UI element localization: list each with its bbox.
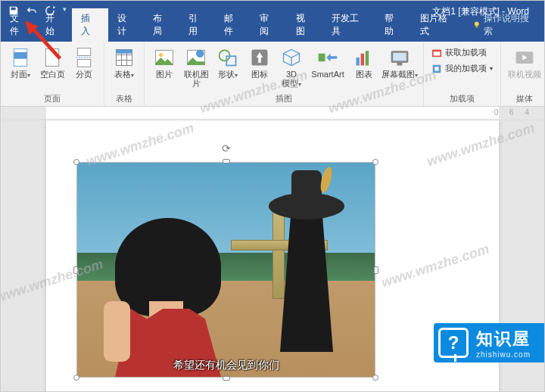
group-label-media: 媒体 [506,92,543,104]
resize-handle-bm[interactable] [223,376,230,381]
resize-handle-tr[interactable] [372,159,378,165]
addin-icon [431,64,442,74]
tab-picture-format[interactable]: 图片格式 [411,8,464,42]
image-subtitle: 希望还有机会见到你们 [173,359,279,372]
svg-rect-13 [117,50,132,54]
svg-point-15 [159,53,163,57]
svg-rect-21 [319,54,325,62]
tab-mailings[interactable]: 邮件 [215,8,251,42]
character-background [261,193,352,367]
ribbon: 封面 空白页 分页 页面 表格 表格 图片 [1,42,544,107]
svg-rect-27 [397,63,403,66]
svg-rect-19 [226,56,235,65]
pictures-button[interactable]: 图片 [149,44,179,79]
resize-handle-tl[interactable] [73,159,79,165]
get-addins-button[interactable]: 获取加载项 [428,45,496,60]
page-break-icon [73,47,95,68]
group-label-illustrations: 插图 [149,92,419,104]
tab-references[interactable]: 引用 [179,8,215,42]
svg-rect-22 [357,58,360,66]
zhishiwu-logo: 知识屋 zhishiwu.com [434,323,544,362]
online-pictures-button[interactable]: 联机图片 [181,44,211,88]
lightbulb-icon [472,20,481,30]
tell-me-search[interactable]: 操作说明搜索 [465,8,544,42]
screenshot-icon [389,47,410,68]
shapes-button[interactable]: 形状 [213,44,243,80]
group-label-tables: 表格 [109,92,139,104]
group-addins: 获取加载项 我的加载项 ▾ 加载项 [424,42,501,106]
video-icon [514,47,535,68]
resize-handle-ml[interactable] [73,266,78,274]
icons-icon [249,47,270,68]
smartart-button[interactable]: SmartArt [308,44,347,79]
rotate-handle[interactable]: ⟳ [222,142,231,154]
svg-rect-31 [434,67,438,70]
question-icon [438,328,469,358]
character-foreground [100,218,221,377]
screenshot-button[interactable]: 屏幕截图 [381,44,419,80]
tab-design[interactable]: 设计 [108,8,144,42]
group-label-addins: 加载项 [428,92,496,104]
online-video-button[interactable]: 联机视频 [506,44,543,79]
cube-icon [281,47,302,68]
resize-handle-br[interactable] [372,375,378,381]
resize-handle-tm[interactable] [223,159,230,163]
tab-view[interactable]: 视图 [287,8,322,42]
tab-review[interactable]: 审阅 [251,8,286,42]
tab-developer[interactable]: 开发工具 [322,8,375,42]
tab-layout[interactable]: 布局 [144,8,179,42]
annotation-arrow [23,20,67,67]
logo-py: zhishiwu.com [476,350,531,359]
chart-icon [353,47,375,68]
shapes-icon [217,47,238,68]
group-illustrations: 图片 联机图片 形状 图标 3D 模型 SmartArt [145,42,424,106]
ruler-indicator: 0 6 4 [494,108,534,117]
resize-handle-mr[interactable] [374,266,378,274]
page-break-button[interactable]: 分页 [69,44,99,79]
my-addins-button[interactable]: 我的加载项 ▾ [428,61,496,76]
picture-icon [154,47,175,68]
svg-point-17 [196,50,204,58]
svg-rect-1 [475,26,478,27]
svg-rect-26 [393,53,406,61]
3d-models-button[interactable]: 3D 模型 [276,44,307,89]
tab-help[interactable]: 帮助 [375,8,411,42]
resize-handle-bl[interactable] [73,375,79,381]
inserted-picture[interactable]: 希望还有机会见到你们 [76,162,375,378]
svg-rect-29 [434,51,441,55]
tell-me-label: 操作说明搜索 [484,12,537,38]
svg-rect-23 [361,54,364,66]
svg-rect-5 [77,48,91,56]
group-media: 联机视频 媒体 [501,42,545,106]
ribbon-tabs: 文件 开始 插入 设计 布局 引用 邮件 审阅 视图 开发工具 帮助 图片格式 … [1,22,544,42]
svg-point-0 [475,22,479,26]
logo-cn: 知识屋 [476,328,531,350]
group-tables: 表格 表格 [104,42,145,106]
selected-image[interactable]: ⟳ 希望还有机会见到你们 [76,162,375,378]
tab-insert[interactable]: 插入 [72,8,107,42]
table-button[interactable]: 表格 [109,44,139,80]
ruler[interactable]: 0 6 4 [1,107,544,120]
svg-rect-6 [77,60,91,67]
group-label-pages: 页面 [5,92,99,104]
document-page[interactable]: ⟳ 希望还有机会见到你们 [46,120,499,392]
smartart-icon [317,47,338,68]
chart-button[interactable]: 图表 [349,44,379,79]
svg-rect-24 [366,51,369,65]
icons-button[interactable]: 图标 [244,44,275,79]
online-picture-icon [185,47,207,68]
table-icon [114,47,135,68]
store-icon [431,48,442,58]
